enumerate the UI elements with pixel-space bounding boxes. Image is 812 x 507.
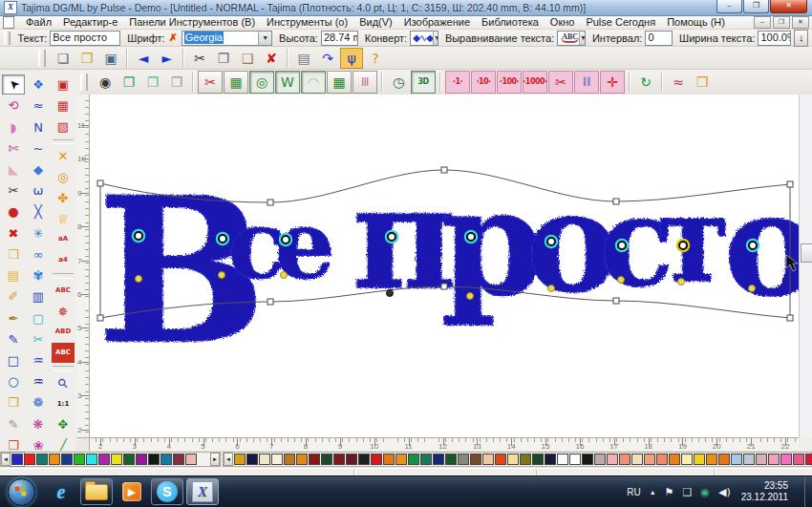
letter-baseline-marker[interactable] <box>387 290 394 297</box>
thread-color-swatch[interactable] <box>271 454 283 465</box>
text-input[interactable]: Все просто <box>50 31 120 46</box>
applique-cut-tool[interactable]: ✂ <box>27 329 50 349</box>
letter-origin-marker[interactable] <box>282 236 289 243</box>
thread-color-swatch[interactable] <box>433 454 444 465</box>
thread-color-swatch[interactable] <box>582 454 593 465</box>
thread-color-swatch[interactable] <box>246 454 258 465</box>
copy-button[interactable]: ❐ <box>212 48 235 69</box>
paste-special-button[interactable]: ❐ <box>165 72 188 93</box>
design-properties-button[interactable]: ❒ <box>691 72 714 93</box>
monogram-star-tool[interactable]: ✵ <box>52 302 75 322</box>
thread-colors-button[interactable]: ||| <box>353 71 377 94</box>
show-grid-button[interactable]: ▦ <box>327 71 352 94</box>
rectangle-tool[interactable]: □ <box>2 350 25 370</box>
color-swatch[interactable] <box>185 454 197 465</box>
menu-item[interactable]: Изображение <box>398 16 476 29</box>
align-combobox[interactable]: ABC ▼ <box>557 31 586 46</box>
show-desktop-button[interactable] <box>804 476 812 507</box>
machine-head-button[interactable]: ✛ <box>600 71 625 94</box>
patch-tool[interactable]: ◆ <box>27 159 50 180</box>
letter-baseline-marker[interactable] <box>467 293 474 300</box>
menu-item[interactable]: Окно <box>545 16 581 29</box>
vertical-scrollbar[interactable] <box>799 95 812 437</box>
letter-baseline-marker[interactable] <box>136 276 142 283</box>
thread-color-swatch[interactable] <box>780 454 792 465</box>
thread-color-swatch[interactable] <box>408 454 419 465</box>
thread-color-swatch[interactable] <box>458 454 469 465</box>
clear-font-icon[interactable]: ✗ <box>169 32 178 44</box>
thread-palette-button[interactable]: ≈ <box>667 72 690 93</box>
monogram-aA-tool[interactable]: aA <box>52 230 75 250</box>
menu-item[interactable]: Панели Инструментов (В) <box>123 16 261 29</box>
cut-button[interactable]: ✂ <box>188 48 211 69</box>
cross-stitch-tool[interactable]: ╳ <box>27 201 50 222</box>
color-swatch[interactable] <box>98 454 110 465</box>
menu-item[interactable]: Помощь (Н) <box>661 16 731 29</box>
envelope-handle[interactable] <box>613 298 619 304</box>
forward-button[interactable]: ► <box>156 48 179 69</box>
step-1-button[interactable]: ·1· <box>445 71 470 94</box>
color-swatch[interactable] <box>61 454 73 465</box>
toolbar-grip[interactable] <box>80 74 88 91</box>
restore-button[interactable]: ❐ <box>743 0 769 13</box>
thread-color-swatch[interactable] <box>371 454 382 465</box>
color-swatch[interactable] <box>86 454 97 465</box>
taskbar-internet-explorer[interactable]: e <box>45 478 77 505</box>
network-status-icon[interactable]: ◉ <box>700 486 710 498</box>
fit-window-tool[interactable]: ✥ <box>52 414 75 434</box>
machine-tool[interactable]: ▦ <box>52 95 75 116</box>
cross-large-tool[interactable]: ✕ <box>52 146 75 166</box>
chevron-down-icon[interactable]: ▼ <box>433 32 438 45</box>
menu-item[interactable]: Вид(V) <box>353 16 398 29</box>
wedge-tool[interactable]: ◣ <box>2 159 25 180</box>
action-center-icon[interactable]: ⚑ <box>665 486 674 498</box>
thread-color-swatch[interactable] <box>296 454 308 465</box>
envelope-handle[interactable] <box>787 315 793 321</box>
removable-device-icon[interactable]: ❑ <box>682 486 692 498</box>
monogram-abd-tool[interactable]: ABD <box>52 322 75 342</box>
thread-color-swatch[interactable] <box>346 454 357 465</box>
stitch-mode-button[interactable]: ψ <box>340 48 363 69</box>
thread-color-swatch[interactable] <box>321 454 332 465</box>
letter-baseline-marker[interactable] <box>678 279 685 285</box>
save-red-tool[interactable]: ▣ <box>52 74 75 95</box>
thread-color-swatch[interactable] <box>768 454 780 465</box>
letter-origin-marker[interactable] <box>219 235 226 243</box>
menu-item[interactable]: Файл <box>20 16 57 29</box>
color-swatch[interactable] <box>173 454 184 465</box>
wheels-pair-tool[interactable]: ✾ <box>27 265 50 285</box>
machine-format-button[interactable]: ✂ <box>198 71 223 94</box>
color-swatch[interactable] <box>11 454 23 465</box>
thread-color-swatch[interactable] <box>507 454 519 465</box>
print-button[interactable]: ▤ <box>292 48 315 69</box>
actual-size-tool[interactable]: 1:1 <box>52 394 75 414</box>
thread-color-swatch[interactable] <box>420 454 432 465</box>
thread-color-swatch[interactable] <box>718 454 730 465</box>
thread-color-swatch[interactable] <box>470 454 481 465</box>
thread-color-swatch[interactable] <box>644 454 655 465</box>
thread-color-swatch[interactable] <box>495 454 506 465</box>
wave-stitch-tool[interactable]: ~ <box>27 138 50 158</box>
edit-note-tool[interactable]: ✎ <box>2 414 25 434</box>
color-swatch[interactable] <box>36 454 48 465</box>
language-indicator[interactable]: RU <box>627 487 640 497</box>
show-artwork-button[interactable]: ◠ <box>301 71 326 94</box>
thread-color-swatch[interactable] <box>656 454 668 465</box>
child-minimize-button[interactable]: – <box>754 16 771 29</box>
crown-tool[interactable]: ♕ <box>52 209 75 229</box>
toolbar-grip[interactable] <box>4 32 11 45</box>
taskbar-media-player[interactable]: ▶ <box>116 478 148 505</box>
color-swatch[interactable] <box>74 454 85 465</box>
delete-button[interactable]: ✘ <box>260 48 283 69</box>
thread-color-swatch[interactable] <box>731 454 742 465</box>
letter-origin-marker[interactable] <box>679 242 687 249</box>
paste-button[interactable]: ❑ <box>236 48 259 69</box>
font-combobox[interactable]: Georgia ▼ <box>182 31 272 46</box>
letter-baseline-marker[interactable] <box>219 272 225 279</box>
paisley-tool[interactable]: ✤ <box>52 188 75 208</box>
grid-settings-button[interactable]: ▦ <box>224 71 248 94</box>
regenerate-button[interactable]: ↻ <box>634 72 657 93</box>
zoom-mode-button[interactable]: ◎ <box>249 71 274 94</box>
palette-scroll-arrow[interactable]: ► <box>210 453 220 466</box>
thread-color-swatch[interactable] <box>681 454 693 465</box>
